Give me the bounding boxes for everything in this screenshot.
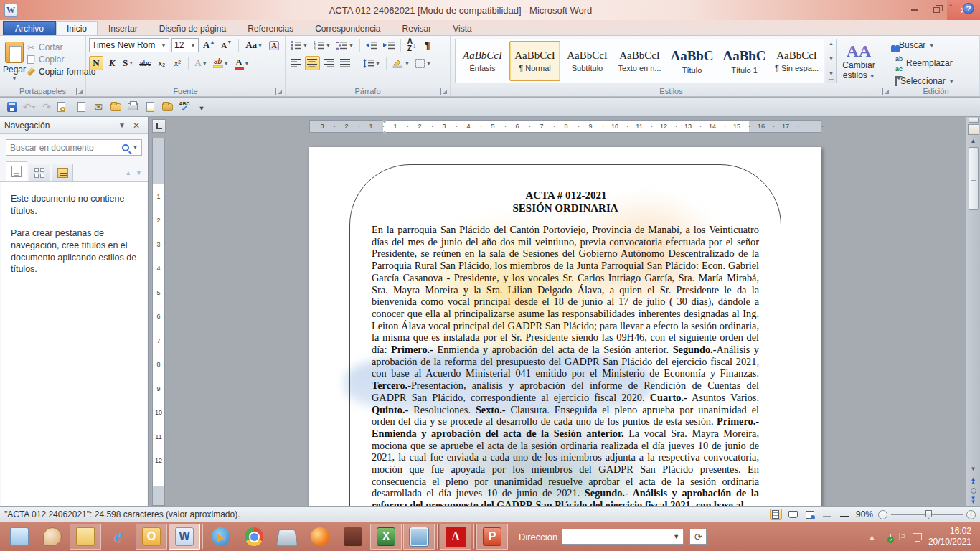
- format-painter-button[interactable]: Copiar formato: [26, 67, 95, 77]
- ribbon-tab[interactable]: Inicio: [56, 21, 98, 35]
- taskbar-chrome-icon[interactable]: [238, 524, 270, 550]
- next-page-icon[interactable]: ▼▼: [971, 497, 976, 504]
- vertical-ruler[interactable]: 123456789101112: [152, 138, 165, 506]
- restore-button[interactable]: [925, 0, 947, 20]
- navigation-close-icon[interactable]: ✕: [129, 121, 143, 131]
- style-item[interactable]: AaBbCcI Texto en n...: [614, 41, 665, 81]
- ribbon-tab[interactable]: Correspondencia: [304, 21, 391, 35]
- taskbar-autocad-icon[interactable]: A: [440, 524, 471, 550]
- attachment-icon[interactable]: ✉: [92, 100, 105, 113]
- borders-button[interactable]: ▼: [413, 56, 433, 70]
- decrease-indent-button[interactable]: [364, 38, 380, 52]
- shading-button[interactable]: ▼: [390, 56, 412, 70]
- taskbar-calculator-icon[interactable]: [4, 524, 35, 550]
- editing-command[interactable]: Seleccionar ▼: [895, 76, 976, 86]
- style-item[interactable]: AaBbCcI ¶ Normal: [509, 41, 560, 81]
- browse-results-tab[interactable]: [52, 164, 73, 181]
- next-heading-icon[interactable]: ▼: [136, 169, 142, 176]
- taskbar-scanner-icon[interactable]: [271, 524, 303, 550]
- split-window-handle[interactable]: [969, 118, 979, 123]
- font-size-select[interactable]: 12▼: [171, 38, 199, 52]
- underline-button[interactable]: S▼: [121, 56, 136, 70]
- align-left-button[interactable]: [288, 56, 303, 70]
- ribbon-tab[interactable]: Diseño de página: [149, 21, 237, 35]
- character-count-status[interactable]: "ACTA 012 24062021": 24.598 caracteres (…: [4, 509, 240, 519]
- justify-button[interactable]: [338, 56, 353, 70]
- editing-command[interactable]: Buscar ▼: [895, 40, 976, 50]
- multilevel-list-button[interactable]: ▼: [334, 38, 356, 52]
- hidden-icons-icon[interactable]: ▲: [868, 533, 875, 541]
- vertical-scrollbar[interactable]: ▲ ▼ ▲▲ ▼▼: [966, 117, 980, 506]
- action-center-flag-icon[interactable]: ⚐: [897, 532, 906, 542]
- navigation-menu-icon[interactable]: ▼: [115, 121, 129, 129]
- help-icon[interactable]: ?: [963, 3, 974, 14]
- zoom-slider-track[interactable]: [891, 514, 963, 515]
- bullets-button[interactable]: ▼: [288, 38, 310, 52]
- taskbar-powerpoint-icon[interactable]: P: [476, 524, 508, 550]
- minimize-button[interactable]: [904, 0, 925, 20]
- font-family-select[interactable]: Times New Rom▼: [89, 38, 169, 52]
- italic-button[interactable]: K: [105, 56, 119, 70]
- indent-markers[interactable]: [382, 120, 387, 134]
- clear-formatting-button[interactable]: A: [267, 38, 281, 52]
- ruler-toggle-button[interactable]: [968, 124, 979, 135]
- print-preview-icon[interactable]: [57, 100, 70, 113]
- address-dropdown-icon[interactable]: ▼: [669, 529, 683, 544]
- style-item[interactable]: AaBbCcI Énfasis: [457, 41, 508, 81]
- undo-icon[interactable]: ↶▼: [23, 100, 36, 113]
- address-go-icon[interactable]: ⟳: [689, 529, 707, 545]
- redo-icon[interactable]: ↷: [40, 100, 53, 113]
- change-styles-button[interactable]: AA Cambiarestilos ▼: [837, 38, 881, 85]
- zoom-in-icon[interactable]: +: [966, 510, 976, 519]
- ribbon-tab[interactable]: Insertar: [98, 21, 149, 35]
- document-body-text[interactable]: En la parroquia San Plácido del Cantón P…: [372, 224, 759, 506]
- new-document-icon[interactable]: [75, 100, 88, 113]
- horizontal-ruler[interactable]: 321 123456789101112131415 1617: [309, 120, 821, 133]
- align-center-button[interactable]: [305, 56, 320, 70]
- numbering-button[interactable]: 123▼: [311, 38, 333, 52]
- highlight-button[interactable]: ab▼: [211, 56, 231, 70]
- zoom-level[interactable]: 90%: [856, 509, 873, 519]
- document-search-input[interactable]: Buscar en documento ▼: [6, 139, 142, 156]
- search-options-icon[interactable]: ▼: [133, 145, 138, 150]
- minimize-ribbon-icon[interactable]: [947, 6, 956, 11]
- browse-pages-tab[interactable]: [29, 164, 50, 181]
- change-case-button[interactable]: Aa▼: [243, 38, 265, 52]
- network-icon[interactable]: [913, 533, 922, 540]
- style-item[interactable]: AaBbCcI ¶ Sin espa...: [771, 41, 822, 81]
- dialog-launcher-icon[interactable]: [76, 88, 83, 95]
- draft-view-icon[interactable]: [839, 509, 851, 520]
- select-browse-object-icon[interactable]: [971, 488, 976, 494]
- previous-heading-icon[interactable]: ▲: [125, 169, 131, 176]
- quick-edit-icon[interactable]: [143, 100, 156, 113]
- align-right-button[interactable]: [321, 56, 336, 70]
- scrollbar-thumb[interactable]: [969, 147, 979, 210]
- taskbar-firefox-icon[interactable]: [304, 524, 336, 550]
- taskbar-internet-explorer-icon[interactable]: e: [103, 524, 134, 550]
- font-color-button[interactable]: A▼: [232, 56, 252, 70]
- subscript-button[interactable]: x₂: [154, 56, 169, 70]
- document-page[interactable]: ACTA # 012-2021SESIÓN ORDINARIA En la pa…: [309, 147, 821, 506]
- address-input[interactable]: ▼: [562, 529, 684, 545]
- taskbar-excel-icon[interactable]: X: [370, 524, 402, 550]
- superscript-button[interactable]: x²: [170, 56, 184, 70]
- show-marks-button[interactable]: ¶: [420, 38, 435, 52]
- zoom-slider-thumb[interactable]: [925, 510, 932, 519]
- spelling-icon[interactable]: ABC✓: [178, 100, 191, 113]
- dialog-launcher-icon[interactable]: [275, 88, 283, 95]
- bold-button[interactable]: N: [89, 56, 103, 70]
- scroll-up-icon[interactable]: ▲: [971, 135, 976, 147]
- taskbar-media-player-icon[interactable]: ▶: [205, 524, 237, 550]
- dialog-launcher-icon[interactable]: [440, 88, 448, 95]
- style-gallery-scrollbar[interactable]: ▲▼▼—: [826, 39, 837, 83]
- scroll-down-icon[interactable]: ▼: [971, 463, 976, 475]
- strikethrough-button[interactable]: abc: [137, 56, 153, 70]
- shrink-font-button[interactable]: A▼: [219, 38, 234, 52]
- outline-view-icon[interactable]: [821, 509, 834, 520]
- folder-icon[interactable]: [161, 100, 174, 113]
- style-item[interactable]: AaBbC Título: [666, 41, 717, 81]
- clock[interactable]: 16:02 20/10/2021: [928, 526, 971, 547]
- text-effects-button[interactable]: A▼: [192, 56, 209, 70]
- zoom-out-icon[interactable]: −: [878, 510, 887, 519]
- grow-font-button[interactable]: A▲: [201, 38, 217, 52]
